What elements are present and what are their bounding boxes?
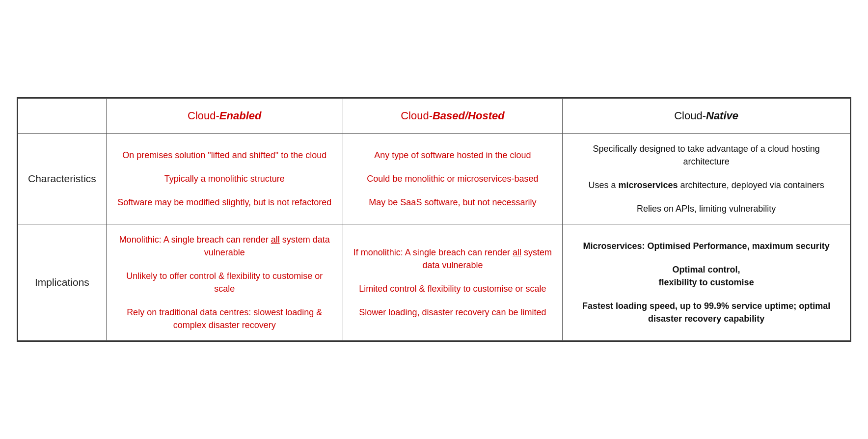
- implications-col1: Monolithic: A single breach can render a…: [106, 224, 343, 341]
- implications-label: Implications: [35, 276, 89, 288]
- char-col1-item2: Typically a monolithic structure: [164, 172, 285, 185]
- row-label-characteristics: Characteristics: [18, 133, 107, 224]
- impl-col1-item3: Rely on traditional data centres: slowes…: [116, 306, 333, 331]
- impl-col3-item1: Microservices: Optimised Performance, ma…: [583, 240, 830, 252]
- char-col3-item2: Uses a microservices architecture, deplo…: [588, 179, 824, 192]
- characteristics-col1-content: On premises solution "lifted and shifted…: [116, 149, 333, 209]
- table-row-implications: Implications Monolithic: A single breach…: [18, 224, 850, 341]
- implications-col1-content: Monolithic: A single breach can render a…: [116, 233, 333, 332]
- characteristics-col2: Any type of software hosted in the cloud…: [343, 133, 563, 224]
- header-col3: Cloud-Native: [563, 98, 850, 133]
- table-row-characteristics: Characteristics On premises solution "li…: [18, 133, 850, 224]
- col3-header-text: Cloud-Native: [674, 110, 738, 122]
- row-label-implications: Implications: [18, 224, 107, 341]
- char-col3-item3: Relies on APIs, limiting vulnerability: [637, 202, 776, 215]
- header-label-cell: [18, 98, 107, 133]
- characteristics-col2-content: Any type of software hosted in the cloud…: [353, 149, 553, 209]
- all-underline-1: all: [271, 235, 280, 245]
- characteristics-label: Characteristics: [28, 173, 96, 184]
- header-col2: Cloud-Based/Hosted: [343, 98, 563, 133]
- impl-col2-item3: Slower loading, disaster recovery can be…: [359, 306, 546, 319]
- col2-header-text: Cloud-Based/Hosted: [401, 110, 505, 122]
- implications-col2-content: If monolithic: A single breach can rende…: [353, 246, 553, 319]
- impl-col1-item2: Unlikely to offer control & flexibility …: [116, 270, 333, 295]
- characteristics-col3: Specifically designed to take advantage …: [563, 133, 850, 224]
- char-col2-item2: Could be monolithic or microservices-bas…: [367, 172, 538, 185]
- impl-col3-item3: Fastest loading speed, up to 99.9% servi…: [572, 300, 840, 325]
- impl-col1-item1: Monolithic: A single breach can render a…: [116, 233, 333, 259]
- characteristics-col3-content: Specifically designed to take advantage …: [572, 142, 840, 215]
- char-col2-item1: Any type of software hosted in the cloud: [374, 149, 531, 162]
- impl-col2-item2: Limited control & flexibility to customi…: [359, 282, 546, 295]
- characteristics-col1: On premises solution "lifted and shifted…: [106, 133, 343, 224]
- char-col1-item3: Software may be modified slightly, but i…: [117, 196, 331, 209]
- comparison-table: Cloud-Enabled Cloud-Based/Hosted Cloud-N…: [17, 97, 851, 342]
- col1-header-text: Cloud-Enabled: [188, 110, 261, 122]
- implications-col3-content: Microservices: Optimised Performance, ma…: [572, 240, 840, 325]
- char-col1-item1: On premises solution "lifted and shifted…: [122, 149, 326, 162]
- table-header-row: Cloud-Enabled Cloud-Based/Hosted Cloud-N…: [18, 98, 850, 133]
- header-col1: Cloud-Enabled: [106, 98, 343, 133]
- char-col3-item1: Specifically designed to take advantage …: [572, 142, 840, 168]
- implications-col3: Microservices: Optimised Performance, ma…: [563, 224, 850, 341]
- impl-col2-item1: If monolithic: A single breach can rende…: [353, 246, 553, 272]
- all-underline-2: all: [513, 247, 521, 257]
- implications-col2: If monolithic: A single breach can rende…: [343, 224, 563, 341]
- impl-col3-item2: Optimal control,flexibility to customise: [659, 263, 754, 289]
- char-col2-item3: May be SaaS software, but not necessaril…: [369, 196, 536, 209]
